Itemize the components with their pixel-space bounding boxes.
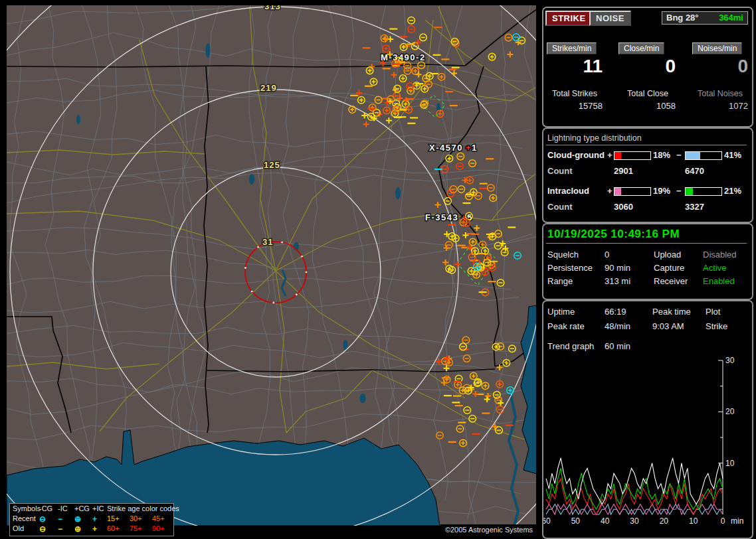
capture-label: Capture: [654, 263, 684, 273]
minus-icon: −: [58, 514, 62, 524]
noises-per-min-value: 0: [692, 56, 748, 77]
cg-pos-count: 2901: [614, 166, 633, 176]
total-strikes-value: 15758: [547, 101, 603, 111]
legend-symbols-header: Symbols: [13, 504, 41, 512]
peak-rate-value: 48/min: [605, 321, 630, 331]
legend-col-pos-ic: +IC: [92, 504, 104, 512]
distribution-title: Lightning type distribution: [547, 133, 642, 143]
svg-text:30: 30: [630, 516, 639, 526]
plus-sign: +: [607, 150, 613, 160]
strike-stats-panel: STRIKE NOISE Bng 28° 364mi Strikes/min C…: [542, 7, 753, 127]
age-15: 15+: [107, 514, 120, 522]
bearing-label: Bng 28°: [666, 13, 699, 23]
svg-text:125: 125: [264, 160, 280, 170]
divider: [546, 145, 747, 145]
count-label: Count: [547, 202, 573, 212]
receiver-status: Enabled: [703, 276, 735, 286]
noise-button[interactable]: NOISE: [589, 11, 631, 26]
svg-text:31: 31: [262, 237, 273, 247]
age-45: 45+: [152, 514, 165, 522]
ic-neg-count: 3327: [685, 202, 704, 212]
datetime-display: 10/19/2025 10:49:16 PM: [547, 228, 680, 241]
svg-text:20: 20: [725, 407, 735, 416]
svg-text:min: min: [731, 516, 743, 526]
persistence-value: 90 min: [605, 263, 630, 273]
svg-text:60: 60: [543, 516, 551, 526]
strikes-per-min-value: 11: [547, 56, 603, 77]
circled-minus-icon: ⊖: [39, 524, 46, 534]
age-30: 30+: [130, 514, 142, 522]
total-close-value: 1058: [620, 101, 676, 111]
upload-status: Disabled: [703, 250, 737, 260]
svg-text:X-4570+1: X-4570+1: [429, 143, 478, 153]
svg-text:20: 20: [660, 516, 669, 526]
minus-icon: −: [58, 524, 62, 534]
plot-mode-value: Strike: [706, 321, 727, 331]
total-noises-label: Total Noises: [692, 89, 748, 98]
legend-row-old: Old: [13, 524, 24, 532]
minus-sign: −: [676, 186, 682, 196]
range-label: Range: [547, 276, 573, 286]
count-label: Count: [547, 166, 573, 176]
svg-text:10: 10: [725, 459, 735, 468]
trend-graph-window: 60 min: [605, 341, 630, 351]
persistence-label: Persistence: [547, 263, 593, 273]
total-close-label: Total Close: [620, 89, 676, 98]
capture-status: Active: [703, 263, 726, 273]
svg-text:219: 219: [260, 83, 277, 93]
app-window: 31321912531M-3490-2X-4570+1F-3543+5 Symb…: [0, 0, 756, 539]
trend-panel: Uptime 66:19 Peak time Plot Peak rate 48…: [542, 300, 753, 539]
bearing-range-display: Bng 28° 364mi: [662, 11, 748, 25]
circled-minus-icon: ⊖: [39, 514, 46, 524]
cg-neg-pct: 41%: [724, 150, 741, 160]
ic-pos-pct: 19%: [653, 186, 670, 196]
cloud-ground-label: Cloud-ground: [547, 150, 605, 160]
total-noises-value: 1072: [692, 101, 748, 111]
legend-age-title: Strike age color codes: [107, 504, 179, 512]
plot-label: Plot: [706, 307, 720, 317]
legend-col-pos-cg: +CG: [74, 504, 90, 512]
age-60: 60+: [107, 524, 120, 532]
map-canvas[interactable]: 31321912531M-3490-2X-4570+1F-3543+5: [7, 5, 536, 526]
plus-icon: +: [92, 514, 97, 524]
ic-neg-bar: [685, 187, 722, 196]
close-per-min-value: 0: [620, 56, 676, 77]
map-legend: Symbols -CG -IC +CG +IC Strike age color…: [9, 503, 174, 536]
strike-button[interactable]: STRIKE: [545, 11, 593, 26]
svg-text:30: 30: [725, 356, 735, 365]
legend-row-recent: Recent: [13, 514, 36, 522]
circled-plus-icon: ⊕: [74, 524, 81, 534]
plus-sign: +: [607, 186, 613, 196]
status-panel: 10/19/2025 10:49:16 PM Squelch 0 Upload …: [542, 223, 753, 300]
legend-col-neg-cg: -CG: [39, 504, 52, 512]
circled-plus-icon: ⊕: [74, 514, 81, 524]
peak-time-value: 9:03 AM: [652, 321, 684, 331]
svg-text:40: 40: [601, 516, 610, 526]
legend-col-neg-ic: -IC: [58, 504, 68, 512]
ic-pos-bar: [614, 187, 651, 196]
copyright-text: ©2005 Astrogenic Systems: [440, 524, 537, 536]
map-area: 31321912531M-3490-2X-4570+1F-3543+5 Symb…: [0, 0, 538, 539]
squelch-value: 0: [605, 250, 609, 260]
close-per-min-chip[interactable]: Close/min: [618, 42, 664, 54]
svg-text:313: 313: [264, 5, 281, 11]
age-75: 75+: [130, 524, 142, 532]
upload-label: Upload: [654, 250, 681, 260]
divider: [546, 243, 747, 244]
strikes-per-min-chip[interactable]: Strikes/min: [547, 42, 597, 54]
cg-neg-bar: [685, 151, 722, 160]
range-readout: 364mi: [719, 12, 743, 24]
svg-text:50: 50: [571, 516, 581, 526]
peak-rate-label: Peak rate: [547, 321, 585, 331]
noises-per-min-chip[interactable]: Noises/min: [692, 42, 742, 54]
range-value: 313 mi: [605, 276, 630, 286]
intracloud-label: Intracloud: [547, 186, 589, 196]
receiver-label: Receiver: [654, 276, 688, 286]
trend-graph-label: Trend graph: [547, 341, 594, 351]
ic-neg-pct: 21%: [724, 186, 741, 196]
lightning-distribution-panel: Lightning type distribution Cloud-ground…: [542, 127, 753, 223]
squelch-label: Squelch: [547, 250, 579, 260]
cg-pos-bar: [614, 151, 651, 160]
trend-graph: 1020306050403020100min: [543, 354, 749, 535]
peak-time-label: Peak time: [652, 307, 691, 317]
